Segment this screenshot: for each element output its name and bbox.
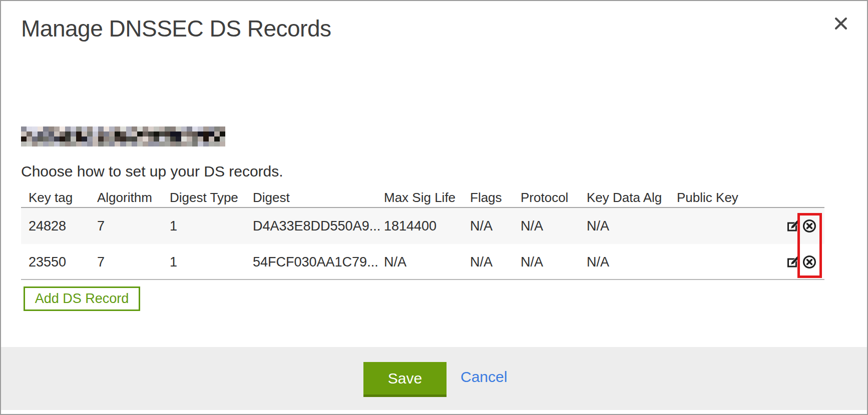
column-header-flags: Flags [470,190,502,206]
column-header-key-tag: Key tag [29,190,73,206]
delete-record-button[interactable] [802,219,816,233]
column-header-max-sig-life: Max Sig Life [384,190,456,206]
cell-digest: D4A33E8DD550A9... [253,218,380,234]
column-header-protocol: Protocol [521,190,568,206]
column-header-digest-type: Digest Type [170,190,238,206]
column-header-algorithm: Algorithm [97,190,152,206]
cell-max-sig-life: 1814400 [384,218,437,234]
dialog-footer: Save Cancel [1,347,867,410]
cell-key-tag: 24828 [29,218,66,234]
cell-flags: N/A [470,218,493,234]
close-icon [833,16,848,31]
cell-digest-type: 1 [170,218,177,234]
manage-dnssec-dialog: Manage DNSSEC DS Records Choose how to s… [0,0,868,415]
cell-digest: 54FCF030AA1C79... [253,254,378,270]
table-row: 24828 7 1 D4A33E8DD550A9... 1814400 N/A … [21,208,824,244]
domain-name-redacted [21,126,225,146]
edit-record-button[interactable] [786,255,800,269]
column-header-public-key: Public Key [677,190,738,206]
dialog-title: Manage DNSSEC DS Records [21,15,331,42]
cell-protocol: N/A [521,218,543,234]
edit-icon [786,219,800,233]
circle-x-delete-icon [802,219,816,233]
cell-key-data-alg: N/A [587,254,609,270]
save-button[interactable]: Save [363,362,447,397]
instructions-text: Choose how to set up your DS records. [21,163,283,180]
table-row: 23550 7 1 54FCF030AA1C79... N/A N/A N/A … [21,244,824,280]
circle-x-delete-icon [802,255,816,269]
cell-digest-type: 1 [170,254,177,270]
cell-algorithm: 7 [97,218,105,234]
close-button[interactable] [831,14,851,34]
cell-key-data-alg: N/A [587,218,609,234]
cancel-link[interactable]: Cancel [461,368,507,386]
cell-algorithm: 7 [97,254,105,270]
column-header-digest: Digest [253,190,290,206]
edit-record-button[interactable] [786,219,800,233]
column-header-key-data-alg: Key Data Alg [587,190,662,206]
cell-key-tag: 23550 [29,254,66,270]
cell-protocol: N/A [521,254,543,270]
table-header-row: Key tag Algorithm Digest Type Digest Max… [21,185,824,208]
edit-icon [786,255,800,269]
delete-record-button[interactable] [802,255,816,269]
ds-records-table: Key tag Algorithm Digest Type Digest Max… [21,185,824,280]
cell-flags: N/A [470,254,493,270]
add-ds-record-button[interactable]: Add DS Record [24,286,140,311]
cell-max-sig-life: N/A [384,254,406,270]
